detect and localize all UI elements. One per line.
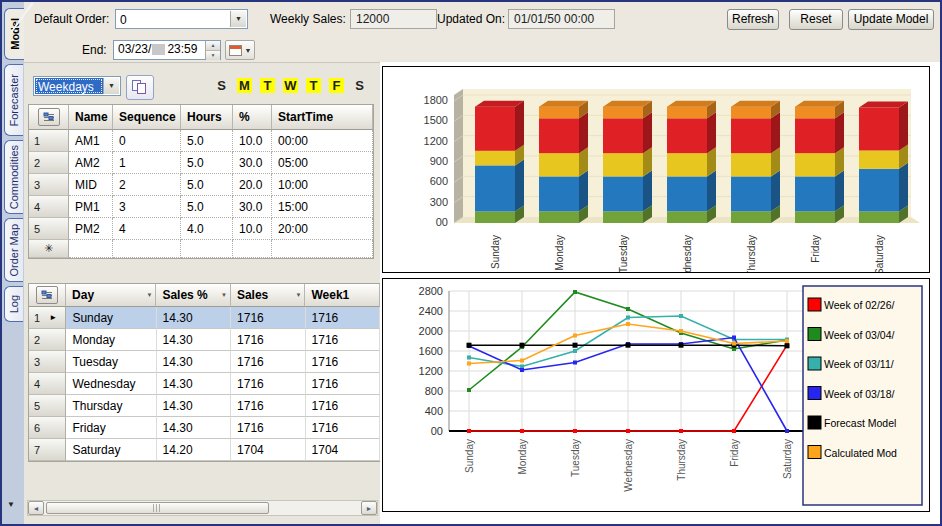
table-row[interactable]: 7Saturday14.2017041704 bbox=[29, 439, 380, 461]
grid-options-button[interactable] bbox=[38, 108, 60, 126]
row-header[interactable]: 2 bbox=[29, 152, 69, 174]
empty-cell[interactable] bbox=[233, 240, 272, 258]
dropdown-arrow-icon[interactable]: ▼ bbox=[103, 78, 119, 94]
cell[interactable]: 1704 bbox=[231, 439, 305, 461]
day-toggle-w[interactable]: W bbox=[283, 78, 298, 93]
empty-cell[interactable] bbox=[181, 240, 233, 258]
default-order-combobox[interactable]: 0 ▼ bbox=[115, 9, 248, 29]
cell[interactable]: Thursday bbox=[66, 395, 156, 417]
dropdown-arrow-icon[interactable]: ▼ bbox=[230, 11, 246, 27]
spinner-down-icon[interactable]: ▼ bbox=[206, 51, 220, 60]
cell[interactable]: Sunday bbox=[66, 307, 156, 329]
cell[interactable]: 1716 bbox=[306, 307, 380, 329]
empty-cell[interactable] bbox=[69, 240, 113, 258]
cell[interactable]: 30.0 bbox=[233, 196, 272, 218]
scroll-left-icon[interactable]: ◄ bbox=[28, 501, 44, 515]
table-row[interactable]: 4Wednesday14.3017161716 bbox=[29, 373, 380, 395]
cell[interactable]: 20:00 bbox=[272, 218, 373, 240]
sort-filter-icon[interactable]: ▼ bbox=[296, 292, 302, 298]
cell[interactable]: 14.20 bbox=[157, 439, 231, 461]
scrollbar-thumb[interactable] bbox=[46, 502, 269, 514]
column-header-starttime[interactable]: StartTime bbox=[272, 105, 373, 130]
column-header--[interactable]: % bbox=[233, 105, 272, 130]
row-header[interactable]: 4 bbox=[29, 373, 66, 395]
cell[interactable]: 0 bbox=[113, 130, 181, 152]
cell[interactable]: Friday bbox=[66, 417, 156, 439]
column-header-day[interactable]: Day▼ bbox=[66, 284, 156, 307]
cell[interactable]: 14.30 bbox=[157, 307, 231, 329]
row-header[interactable]: 1► bbox=[29, 307, 66, 329]
day-toggle-t[interactable]: T bbox=[260, 78, 275, 93]
row-header[interactable]: 3 bbox=[29, 174, 69, 196]
cell[interactable]: 5.0 bbox=[181, 152, 233, 174]
tab-scroll-down-icon[interactable]: ▼ bbox=[7, 500, 15, 509]
daypart-set-combobox[interactable]: Weekdays ▼ bbox=[33, 76, 121, 96]
column-header-sales-[interactable]: Sales %▼ bbox=[156, 284, 231, 307]
date-spinner[interactable]: ▲ ▼ bbox=[205, 41, 220, 59]
table-row[interactable]: 4PM135.030.015:00 bbox=[29, 196, 373, 218]
cell[interactable]: 14.30 bbox=[157, 329, 231, 351]
tab-log[interactable]: Log bbox=[4, 286, 23, 322]
cell[interactable]: 2 bbox=[113, 174, 181, 196]
cell[interactable]: 5.0 bbox=[181, 130, 233, 152]
cell[interactable]: Tuesday bbox=[66, 351, 156, 373]
column-header-name[interactable]: Name bbox=[69, 105, 113, 130]
cell[interactable]: Wednesday bbox=[66, 373, 156, 395]
cell[interactable]: 1716 bbox=[306, 351, 380, 373]
table-row[interactable]: 1►Sunday14.3017161716 bbox=[29, 307, 380, 329]
table-row[interactable]: 2AM215.030.005:00 bbox=[29, 152, 373, 174]
cell[interactable]: PM1 bbox=[69, 196, 113, 218]
cell[interactable]: PM2 bbox=[69, 218, 113, 240]
table-row[interactable]: 6Friday14.3017161716 bbox=[29, 417, 380, 439]
copy-dayparts-button[interactable] bbox=[126, 75, 154, 100]
cell[interactable]: 1716 bbox=[231, 417, 305, 439]
row-header[interactable]: 3 bbox=[29, 351, 66, 373]
table-row[interactable]: 5Thursday14.3017161716 bbox=[29, 395, 380, 417]
row-header[interactable]: 2 bbox=[29, 329, 66, 351]
cell[interactable]: AM2 bbox=[69, 152, 113, 174]
cell[interactable]: 1 bbox=[113, 152, 181, 174]
cell[interactable]: 10:00 bbox=[272, 174, 373, 196]
column-header-week1[interactable]: Week1 bbox=[305, 284, 380, 307]
cell[interactable]: 1716 bbox=[231, 307, 305, 329]
day-toggle-m[interactable]: M bbox=[237, 78, 252, 93]
cell[interactable]: 14.30 bbox=[157, 373, 231, 395]
cell[interactable]: 20.0 bbox=[233, 174, 272, 196]
row-header[interactable]: 5 bbox=[29, 395, 66, 417]
end-date-field[interactable]: 03/23/23:59 ▲ ▼ bbox=[113, 40, 221, 60]
refresh-button[interactable]: Refresh bbox=[727, 9, 779, 30]
cell[interactable]: 3 bbox=[113, 196, 181, 218]
table-row[interactable]: 1AM105.010.000:00 bbox=[29, 130, 373, 152]
cell[interactable]: 1716 bbox=[231, 373, 305, 395]
cell[interactable]: 14.30 bbox=[157, 395, 231, 417]
tab-forecaster[interactable]: Forecaster bbox=[4, 64, 23, 136]
cell[interactable]: 1704 bbox=[306, 439, 380, 461]
row-header[interactable]: 1 bbox=[29, 130, 69, 152]
cell[interactable]: 1716 bbox=[306, 417, 380, 439]
cell[interactable]: 4.0 bbox=[181, 218, 233, 240]
scroll-right-icon[interactable]: ► bbox=[361, 501, 377, 515]
cell[interactable]: 1716 bbox=[306, 373, 380, 395]
column-header-sales[interactable]: Sales▼ bbox=[231, 284, 306, 307]
spinner-up-icon[interactable]: ▲ bbox=[206, 41, 220, 51]
cell[interactable]: 1716 bbox=[306, 395, 380, 417]
cell[interactable]: 1716 bbox=[231, 395, 305, 417]
cell[interactable]: 5.0 bbox=[181, 174, 233, 196]
sort-filter-icon[interactable]: ▼ bbox=[221, 292, 227, 298]
row-header[interactable]: 7 bbox=[29, 439, 66, 461]
day-toggle-s[interactable]: S bbox=[352, 78, 367, 93]
cell[interactable]: 15:00 bbox=[272, 196, 373, 218]
cell[interactable]: Monday bbox=[66, 329, 156, 351]
cell[interactable]: 05:00 bbox=[272, 152, 373, 174]
day-toggle-f[interactable]: F bbox=[329, 78, 344, 93]
grid-options-button[interactable] bbox=[36, 286, 58, 304]
tab-order-map[interactable]: Order Map bbox=[4, 218, 23, 282]
column-header-sequence[interactable]: Sequence bbox=[113, 105, 181, 130]
cell[interactable]: 00:00 bbox=[272, 130, 373, 152]
cell[interactable]: 1716 bbox=[231, 329, 305, 351]
cell[interactable]: 5.0 bbox=[181, 196, 233, 218]
cell[interactable]: 14.30 bbox=[157, 417, 231, 439]
update-model-button[interactable]: Update Model bbox=[848, 9, 934, 30]
cell[interactable]: Saturday bbox=[66, 439, 156, 461]
new-row-button[interactable]: ✳ bbox=[29, 240, 69, 258]
